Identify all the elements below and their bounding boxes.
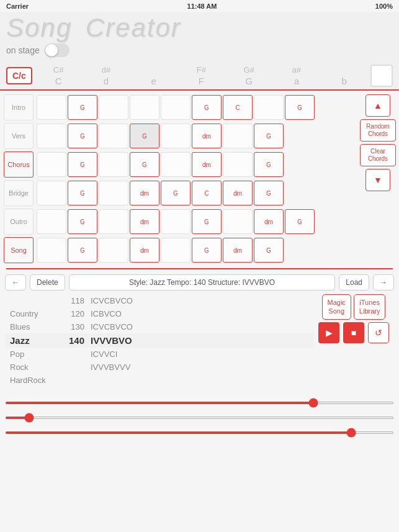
forward-button[interactable]: → — [373, 274, 394, 291]
chord-cell[interactable] — [223, 124, 253, 148]
chord-cell[interactable]: G — [254, 181, 284, 205]
row-label-vers[interactable]: Vers — [4, 123, 34, 149]
cc-key-button[interactable]: C/c — [6, 67, 32, 84]
magic-itunes-row: MagicSong iTunesLibrary — [322, 294, 386, 320]
chord-cell[interactable]: G — [285, 95, 315, 120]
clear-chords-button[interactable]: ClearChords — [360, 144, 396, 166]
key-blank-button[interactable] — [370, 65, 393, 87]
style-list-item-pop[interactable]: Pop ICVVCI — [5, 348, 313, 361]
magic-song-button[interactable]: MagicSong — [322, 294, 351, 320]
chord-row-chorus: G G dm G — [36, 151, 354, 178]
chord-cell[interactable] — [37, 124, 66, 148]
slider-1[interactable] — [5, 402, 394, 404]
row-label-outro[interactable]: Outro — [4, 209, 34, 235]
chord-cell[interactable]: G — [68, 124, 97, 148]
chord-cell[interactable] — [223, 209, 253, 234]
chord-cell[interactable] — [37, 152, 66, 177]
chord-cell[interactable]: G — [68, 209, 97, 234]
slider-2[interactable] — [5, 417, 394, 419]
repeat-button[interactable]: ↺ — [368, 322, 389, 343]
stop-button[interactable]: ■ — [343, 322, 364, 343]
chord-cell[interactable]: G — [254, 238, 284, 263]
chord-cell[interactable]: G — [192, 209, 222, 234]
chord-cell[interactable] — [223, 152, 253, 177]
chord-cell[interactable] — [161, 124, 191, 148]
row-label-intro[interactable]: Intro — [4, 94, 34, 120]
chord-cell[interactable]: G — [254, 124, 284, 148]
back-button[interactable]: ← — [5, 274, 26, 291]
chord-cell[interactable]: C — [192, 181, 222, 205]
chord-cell[interactable] — [254, 95, 284, 120]
chord-cell[interactable]: dm — [130, 209, 159, 234]
style-list-item-rock[interactable]: Rock IVVVBVVV — [5, 361, 313, 374]
key-a[interactable]: a — [288, 76, 305, 86]
delete-button[interactable]: Delete — [30, 274, 65, 291]
chord-cell[interactable] — [37, 238, 66, 263]
style-list-item-jazz[interactable]: Jazz 140 IVVVBVO — [5, 333, 313, 348]
style-list-item-country[interactable]: Country 120 ICBVCO — [5, 307, 313, 320]
chord-cell[interactable] — [37, 95, 66, 120]
piano-note-row: C# d# F# G# a# C d e F G a b — [32, 65, 370, 86]
key-c[interactable]: C — [50, 76, 67, 86]
side-controls: ▲ RandomChords ClearChords ▼ — [357, 93, 399, 264]
chord-cell[interactable]: dm — [130, 238, 159, 263]
chord-cell[interactable] — [37, 209, 66, 234]
slider-3[interactable] — [5, 431, 394, 434]
chord-cell[interactable]: G — [254, 152, 284, 177]
chord-cell[interactable]: G — [285, 209, 315, 234]
chord-cell[interactable] — [99, 124, 128, 148]
chord-cell[interactable]: G — [161, 181, 191, 205]
chord-cell[interactable]: G — [192, 95, 222, 120]
chord-cell[interactable]: dm — [192, 124, 222, 148]
chord-cell[interactable] — [161, 95, 191, 120]
chord-cell[interactable]: dm — [223, 181, 253, 205]
chord-cell[interactable] — [37, 181, 66, 205]
chord-cell[interactable]: G — [130, 152, 159, 177]
key-e[interactable]: e — [145, 76, 163, 86]
style-list-item-hardrock[interactable]: HardRock — [5, 374, 313, 387]
chord-cell[interactable]: dm — [223, 238, 253, 263]
sharp-blank2 — [336, 65, 353, 74]
chord-cell[interactable]: G — [192, 238, 222, 263]
chord-cell[interactable]: G — [68, 152, 97, 177]
down-arrow-button[interactable]: ▼ — [365, 169, 390, 191]
chord-cell[interactable]: G — [68, 238, 97, 263]
chord-cell[interactable] — [161, 152, 191, 177]
chord-cell[interactable] — [161, 209, 191, 234]
row-label-song[interactable]: Song — [4, 237, 34, 263]
chord-cell[interactable] — [161, 238, 191, 263]
itunes-library-button[interactable]: iTunesLibrary — [354, 294, 386, 320]
chord-row-bridge: G dm G C dm G — [36, 180, 354, 206]
sharp-c: C# — [50, 65, 67, 74]
load-button[interactable]: Load — [339, 274, 369, 291]
key-f[interactable]: F — [192, 76, 210, 86]
key-b[interactable]: b — [336, 76, 353, 86]
chord-cell[interactable]: dm — [192, 152, 222, 177]
row-label-chorus[interactable]: Chorus — [4, 151, 34, 178]
chord-cell[interactable] — [130, 95, 159, 120]
chord-cell[interactable]: dm — [130, 181, 159, 205]
style-list-header: 118 ICVCBVCO — [5, 294, 313, 307]
up-arrow-button[interactable]: ▲ — [365, 94, 390, 117]
chord-grid-section: Intro Vers Chorus Bridge Outro Song G G … — [0, 91, 399, 267]
chord-cell[interactable]: G — [68, 181, 97, 205]
random-chords-button[interactable]: RandomChords — [360, 119, 396, 142]
chord-cell[interactable] — [99, 181, 128, 205]
key-g[interactable]: G — [240, 76, 258, 86]
on-stage-toggle[interactable] — [45, 43, 69, 57]
row-label-bridge[interactable]: Bridge — [4, 180, 34, 206]
chord-cell[interactable]: G — [130, 124, 159, 148]
style-list-item-blues[interactable]: Blues 130 ICVCBVCO — [5, 320, 313, 333]
chord-cell[interactable] — [99, 95, 128, 120]
chord-cell[interactable]: G — [68, 95, 97, 120]
play-button[interactable]: ▶ — [318, 322, 339, 343]
chord-cell[interactable] — [99, 209, 128, 234]
chord-row-vers: G G dm G — [36, 123, 354, 149]
chord-cell[interactable] — [99, 238, 128, 263]
key-d[interactable]: d — [97, 76, 115, 86]
chord-cell[interactable]: C — [223, 95, 253, 120]
chord-cell[interactable]: dm — [254, 209, 284, 234]
chord-row-outro: G dm G dm G — [36, 209, 354, 235]
chord-cell[interactable] — [99, 152, 128, 177]
style-tempo-jazz: 140 — [60, 335, 91, 346]
